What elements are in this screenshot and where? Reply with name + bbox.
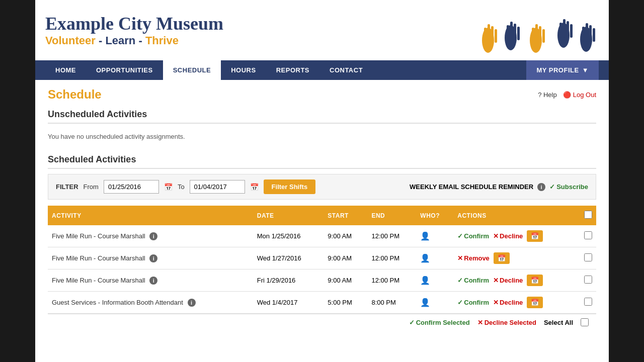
- decline-x-icon: ✕: [493, 232, 499, 240]
- svg-rect-7: [535, 24, 538, 43]
- decline-button[interactable]: ✕ Decline: [493, 277, 523, 284]
- filter-row: FILTER From 📅 To 📅 Filter Shifts WEEKLY …: [48, 174, 596, 200]
- actions-cell: ✕ Remove 📅: [453, 247, 580, 269]
- nav-reports[interactable]: REPORTS: [266, 60, 319, 80]
- nav: HOME OPPORTUNITIES SCHEDULE HOURS REPORT…: [35, 60, 609, 80]
- svg-rect-6: [532, 28, 534, 43]
- who-cell: 👤: [416, 292, 453, 314]
- svg-rect-18: [567, 21, 569, 38]
- svg-rect-9: [542, 29, 545, 43]
- table-row: Five Mile Run - Course Marshall i Mon 1/…: [48, 225, 596, 247]
- activity-cell: Five Mile Run - Course Marshall i: [48, 225, 253, 247]
- calendar-add-button[interactable]: 📅: [527, 275, 543, 286]
- activity-cell: Five Mile Run - Course Marshall i: [48, 247, 253, 269]
- start-cell: 9:00 AM: [324, 225, 367, 247]
- confirm-check-icon: ✓: [457, 299, 463, 306]
- col-who: WHO?: [416, 206, 453, 225]
- nav-schedule[interactable]: SCHEDULE: [163, 60, 221, 80]
- actions-cell: ✓ Confirm ✕ Decline 📅: [453, 225, 580, 247]
- hands-graphic: [458, 5, 599, 55]
- decline-x-icon: ✕: [493, 277, 499, 284]
- svg-rect-23: [589, 25, 592, 42]
- scheduled-section: Scheduled Activities FILTER From 📅 To 📅 …: [48, 154, 596, 330]
- logout-icon: 🔴: [563, 91, 571, 99]
- filter-label: FILTER: [56, 183, 78, 191]
- svg-rect-24: [593, 28, 595, 42]
- email-reminder-section: WEEKLY EMAIL SCHEDULE REMINDER i ✓ Subsc…: [410, 183, 588, 191]
- who-cell: 👤: [416, 269, 453, 292]
- logout-link[interactable]: 🔴 Log Out: [563, 91, 596, 99]
- activity-info-icon[interactable]: i: [188, 299, 196, 307]
- end-cell: 12:00 PM: [367, 269, 416, 292]
- row-checkbox[interactable]: [584, 298, 592, 306]
- nav-opportunities[interactable]: OPPORTUNITIES: [86, 60, 163, 80]
- page-title: Schedule: [48, 87, 102, 102]
- svg-rect-13: [514, 24, 516, 40]
- nav-home[interactable]: HOME: [45, 60, 86, 80]
- svg-rect-2: [488, 24, 490, 43]
- person-icon: 👤: [420, 254, 430, 262]
- calendar-from-icon[interactable]: 📅: [164, 183, 173, 191]
- confirm-button[interactable]: ✓ Confirm: [457, 277, 489, 284]
- confirm-button[interactable]: ✓ Confirm: [457, 299, 489, 306]
- row-checkbox[interactable]: [584, 253, 592, 261]
- activity-name: Five Mile Run - Course Marshall: [52, 232, 145, 240]
- person-icon: 👤: [420, 232, 430, 240]
- col-activity: ACTIVITY: [48, 206, 253, 225]
- filter-to-input[interactable]: [190, 180, 245, 194]
- svg-rect-1: [484, 28, 487, 43]
- nav-links: HOME OPPORTUNITIES SCHEDULE HOURS REPORT…: [45, 60, 526, 80]
- svg-rect-16: [559, 23, 562, 38]
- decline-button[interactable]: ✕ Decline: [493, 299, 523, 306]
- main-content: Schedule Help 🔴 Log Out Unscheduled Acti…: [35, 80, 609, 348]
- select-all-checkbox[interactable]: [581, 318, 589, 326]
- person-icon: 👤: [420, 298, 430, 307]
- end-cell: 12:00 PM: [367, 225, 416, 247]
- filter-shifts-button[interactable]: Filter Shifts: [264, 179, 316, 194]
- table-row: Five Mile Run - Course Marshall i Wed 1/…: [48, 247, 596, 269]
- nav-my-profile[interactable]: MY PROFILE ▼: [526, 60, 599, 80]
- row-checkbox[interactable]: [584, 231, 592, 239]
- decline-button[interactable]: ✕ Decline: [493, 232, 523, 240]
- calendar-to-icon[interactable]: 📅: [250, 183, 259, 191]
- schedule-table: ACTIVITY DATE START END WHO? ACTIONS: [48, 206, 596, 314]
- row-checkbox[interactable]: [584, 276, 592, 284]
- decline-selected-label: Decline Selected: [485, 319, 536, 326]
- help-link[interactable]: Help: [538, 91, 557, 99]
- confirm-button[interactable]: ✓ Confirm: [457, 232, 489, 240]
- site-header: Example City Museum Volunteer - Learn - …: [35, 0, 609, 60]
- decline-selected-x-icon: ✕: [477, 319, 483, 326]
- subscribe-button[interactable]: ✓ Subscribe: [549, 183, 588, 191]
- decline-selected-button[interactable]: ✕ Decline Selected: [477, 319, 536, 326]
- svg-rect-22: [586, 23, 588, 42]
- table-row: Guest Services - Information Booth Atten…: [48, 292, 596, 314]
- activity-info-icon[interactable]: i: [149, 254, 157, 262]
- confirm-selected-button[interactable]: ✓ Confirm Selected: [409, 319, 470, 326]
- header-checkbox[interactable]: [584, 211, 592, 219]
- filter-to-label: To: [178, 183, 185, 191]
- nav-contact[interactable]: CONTACT: [319, 60, 373, 80]
- remove-button[interactable]: ✕ Remove: [457, 254, 490, 262]
- who-cell: 👤: [416, 247, 453, 269]
- calendar-add-button[interactable]: 📅: [494, 252, 510, 264]
- confirm-selected-label: Confirm Selected: [416, 319, 470, 326]
- calendar-add-button[interactable]: 📅: [527, 230, 543, 242]
- nav-hours[interactable]: HOURS: [221, 60, 266, 80]
- start-cell: 9:00 AM: [324, 269, 367, 292]
- activity-info-icon[interactable]: i: [149, 277, 157, 285]
- page-actions: Help 🔴 Log Out: [538, 91, 596, 99]
- calendar-add-button[interactable]: 📅: [527, 297, 543, 308]
- svg-rect-17: [563, 19, 566, 38]
- email-reminder-info-icon[interactable]: i: [537, 183, 545, 191]
- table-row: Five Mile Run - Course Marshall i Fri 1/…: [48, 269, 596, 292]
- col-select: [580, 206, 596, 225]
- activity-info-icon[interactable]: i: [149, 232, 157, 240]
- scheduled-title: Scheduled Activities: [48, 154, 596, 169]
- unscheduled-section: Unscheduled Activities You have no unsch…: [48, 109, 596, 144]
- site-title: Example City Museum: [45, 13, 223, 34]
- svg-rect-3: [491, 26, 494, 43]
- svg-rect-12: [510, 22, 513, 40]
- filter-from-input[interactable]: [104, 180, 159, 194]
- email-reminder-label: WEEKLY EMAIL SCHEDULE REMINDER: [410, 183, 533, 191]
- start-cell: 9:00 AM: [324, 247, 367, 269]
